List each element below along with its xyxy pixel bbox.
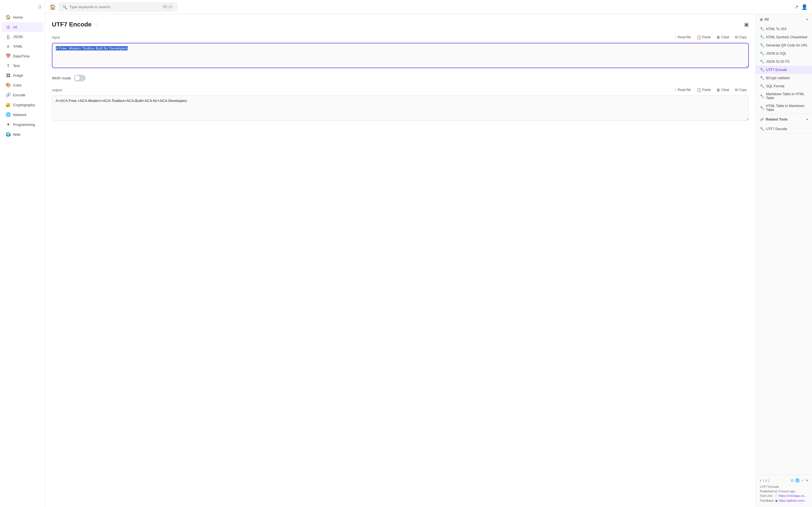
panel-icon-sql-format: 🔧 bbox=[760, 84, 764, 88]
related-section-icon: 🔗 bbox=[760, 117, 764, 121]
version-tool-name: UTF7 Encode bbox=[760, 485, 808, 489]
info-icon: ℹ bbox=[760, 479, 761, 483]
panel-item-html-symbols[interactable]: 🔧 HTML Symbols Cheatsheet bbox=[756, 33, 812, 41]
input-read-file-button[interactable]: ↑ Read file bbox=[672, 34, 693, 41]
panel-item-sql-format[interactable]: 🔧 SQL Format bbox=[756, 82, 812, 90]
panel-item-html-to-markdown[interactable]: 🔧 HTML Table to Markdown Table bbox=[756, 102, 812, 114]
panel-label-html-to-markdown: HTML Table to Markdown Table bbox=[766, 104, 808, 112]
version-icons: ⧉ 🌐 ✓ ▾ bbox=[791, 478, 808, 483]
globe-icon[interactable]: 🌐 bbox=[795, 478, 800, 483]
panel-item-bcrypt-validator[interactable]: 🔧 BCrypt validator bbox=[756, 74, 812, 82]
input-clear-button[interactable]: 🗑 Clear bbox=[714, 34, 732, 41]
sidebar-toggle-area: ⟨⟩ bbox=[0, 2, 45, 12]
sidebar-label-yaml: YAML bbox=[13, 44, 22, 48]
toggle-thumb bbox=[75, 75, 80, 80]
panel-item-utf7-encode[interactable]: 🔧 UTF7 Encode bbox=[756, 66, 812, 74]
panel-label-markdown-to-html: Markdown Table to HTML Table bbox=[766, 92, 808, 100]
copy-icon-out: ⧉ bbox=[735, 88, 738, 92]
all-chevron-icon: ▾ bbox=[806, 18, 808, 21]
related-panel-section: 🔗 Related Tools ▾ 🔧 UTF7 Decode bbox=[756, 114, 812, 133]
sidebar-item-all[interactable]: ◎ All bbox=[2, 22, 43, 32]
all-panel-section: ◎ All ▾ 🔧 HTML To JSX🔧 HTML Symbols Chea… bbox=[756, 14, 812, 114]
all-section-header[interactable]: ◎ All ▾ bbox=[756, 14, 812, 25]
sidebar-item-home[interactable]: 🏠 Home bbox=[2, 12, 43, 22]
panel-item-markdown-to-html[interactable]: 🔧 Markdown Table to HTML Table bbox=[756, 90, 812, 102]
panel-label-json-to-sql: JSON to SQL bbox=[766, 52, 786, 55]
sidebar-item-network[interactable]: 🌐 Network bbox=[2, 110, 43, 119]
tool-link-icon: 📄 bbox=[774, 494, 779, 497]
page-title: UTF7 Encode bbox=[52, 21, 92, 28]
panel-item-html-to-jsx[interactable]: 🔧 HTML To JSX bbox=[756, 25, 812, 33]
output-textarea[interactable] bbox=[52, 96, 749, 121]
expand-icon[interactable]: ▾ bbox=[806, 478, 808, 483]
sidebar-icon-text: T bbox=[6, 63, 11, 68]
sidebar-icon-home: 🏠 bbox=[6, 15, 11, 20]
sidebar-item-text[interactable]: T Text bbox=[2, 61, 43, 70]
sidebar-icon-network: 🌐 bbox=[6, 112, 11, 117]
sidebar-label-home: Home bbox=[13, 15, 23, 19]
copy-icon: ⧉ bbox=[735, 35, 738, 40]
tool-link-row: Tool Link: 📄 https://t.he3app.co... bbox=[760, 494, 808, 498]
share-button[interactable]: ↗ bbox=[794, 4, 799, 10]
search-icon: 🔍 bbox=[62, 5, 67, 9]
sidebar-item-yaml[interactable]: ≡ YAML bbox=[2, 42, 43, 51]
favorite-icon[interactable]: ☆ bbox=[94, 21, 99, 27]
sidebar-item-programming[interactable]: ✦ Programming bbox=[2, 120, 43, 129]
sidebar-icon-yaml: ≡ bbox=[6, 44, 11, 49]
panel-label-json-to-io-ts: JSON To IO-TS bbox=[766, 60, 790, 64]
collapse-sidebar-button[interactable]: ⟨⟩ bbox=[38, 4, 42, 9]
sidebar-item-cryptography[interactable]: 🔐 Cryptography bbox=[2, 100, 43, 110]
panel-icon-markdown-to-html: 🔧 bbox=[760, 94, 764, 98]
panel-icon-html-symbols: 🔧 bbox=[760, 35, 764, 39]
sidebar-item-json[interactable]: {} JSON bbox=[2, 32, 43, 41]
feedback-url[interactable]: https://github.com/... bbox=[779, 499, 807, 502]
related-chevron-icon: ▾ bbox=[806, 118, 808, 121]
main-area: 🏠 🔍 ⌘ + K ↗ 👤 UTF7 Encode ☆ ▣ input bbox=[45, 0, 812, 507]
imap-toggle-row: IMAP mode bbox=[52, 75, 749, 81]
sidebar-item-encode[interactable]: 🔗 Encode bbox=[2, 90, 43, 100]
output-clear-button[interactable]: 🗑 Clear bbox=[714, 87, 732, 93]
input-copy-button[interactable]: ⧉ Copy bbox=[733, 34, 749, 41]
sidebar-item-web[interactable]: 🌍 Web bbox=[2, 129, 43, 139]
panel-icon-json-to-io-ts: 🔧 bbox=[760, 59, 764, 64]
related-section-header[interactable]: 🔗 Related Tools ▾ bbox=[756, 114, 812, 125]
panel-item-related-utf7-decode[interactable]: 🔧 UTF7 Decode bbox=[756, 125, 812, 133]
sidebar-icon-encode: 🔗 bbox=[6, 93, 11, 98]
copy-version-icon[interactable]: ⧉ bbox=[791, 478, 794, 483]
imap-mode-toggle[interactable] bbox=[74, 75, 86, 81]
output-read-file-button[interactable]: ↑ Read file bbox=[672, 87, 693, 93]
output-copy-button[interactable]: ⧉ Copy bbox=[733, 87, 749, 93]
sidebar-label-color: Color bbox=[13, 83, 22, 87]
paste-icon: 📋 bbox=[697, 35, 701, 40]
search-input[interactable] bbox=[69, 5, 160, 9]
tool-link-url[interactable]: https://t.he3app.co... bbox=[779, 494, 807, 497]
input-paste-button[interactable]: 📋 Paste bbox=[695, 34, 713, 41]
sidebar-item-datetime[interactable]: 📅 Date/Time bbox=[2, 51, 43, 61]
sidebar-label-json: JSON bbox=[13, 35, 23, 39]
user-button[interactable]: 👤 bbox=[801, 4, 808, 10]
sidebar-icon-datetime: 📅 bbox=[6, 54, 11, 59]
tool-header: UTF7 Encode ☆ ▣ bbox=[52, 21, 749, 28]
sidebar-label-text: Text bbox=[13, 64, 20, 68]
panel-label-bcrypt-validator: BCrypt validator bbox=[766, 76, 790, 80]
upload-icon-out: ↑ bbox=[675, 88, 677, 92]
layout-icon[interactable]: ▣ bbox=[744, 21, 749, 27]
panel-item-json-to-sql[interactable]: 🔧 JSON to SQL bbox=[756, 49, 812, 57]
related-panel-items: 🔧 UTF7 Decode bbox=[756, 125, 812, 133]
panel-item-json-to-io-ts[interactable]: 🔧 JSON To IO-TS bbox=[756, 57, 812, 66]
sidebar-item-image[interactable]: 🖼 Image bbox=[2, 71, 43, 80]
version-info: UTF7 Encode Published at: 5 hours ago To… bbox=[760, 485, 808, 503]
input-textarea[interactable] bbox=[52, 43, 749, 68]
panel-label-generate-qr: Generate QR Code for URL bbox=[766, 43, 808, 47]
home-button[interactable]: 🏠 bbox=[50, 4, 56, 10]
panel-label-html-to-jsx: HTML To JSX bbox=[766, 27, 786, 31]
output-paste-button[interactable]: 📋 Paste bbox=[695, 87, 713, 93]
feedback-label: Feedback: bbox=[760, 499, 774, 502]
imap-mode-label: IMAP mode bbox=[52, 76, 71, 80]
panel-item-generate-qr[interactable]: 🔧 Generate QR Code for URL bbox=[756, 41, 812, 49]
related-icon-utf7-decode: 🔧 bbox=[760, 127, 764, 131]
check-icon[interactable]: ✓ bbox=[801, 478, 804, 483]
sidebar-icon-color: 🎨 bbox=[6, 82, 11, 88]
sidebar-item-color[interactable]: 🎨 Color bbox=[2, 80, 43, 90]
output-field-header: output ↑ Read file 📋 Paste 🗑 Clear bbox=[52, 87, 749, 93]
